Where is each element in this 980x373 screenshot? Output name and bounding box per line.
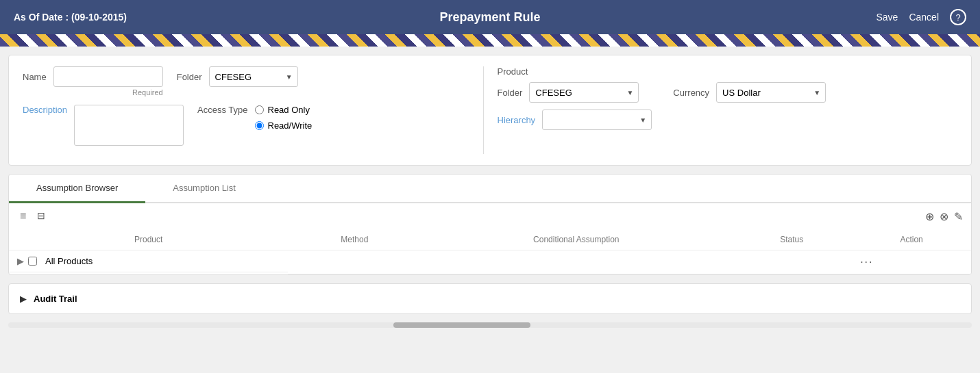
col-product: Product [9, 229, 288, 250]
tabs-section: Assumption Browser Assumption List ≡ ⊟ ⊕… [8, 174, 972, 275]
table-row: ▶ All Products ··· [9, 250, 971, 274]
product-fields: Folder CFESEG ▼ Currency US Dollar Euro … [498, 82, 958, 130]
read-only-option[interactable]: Read Only [255, 105, 313, 115]
audit-chevron-icon: ▶ [20, 294, 27, 304]
product-title: Product [498, 66, 958, 77]
access-type-radio-group: Read Only Read/Write [255, 105, 313, 131]
name-required-text: Required [23, 88, 163, 97]
col-action: Action [852, 229, 971, 250]
product-cell: ▶ All Products [9, 250, 288, 272]
assumptions-table: Product Method Conditional Assumption St… [9, 229, 971, 274]
scrollbar-track[interactable] [8, 322, 972, 328]
read-only-radio[interactable] [255, 105, 264, 114]
right-form-section: Product Folder CFESEG ▼ Currency US Doll… [483, 66, 958, 154]
status-cell [731, 250, 852, 274]
hierarchy-select-wrapper: ▼ [542, 110, 652, 130]
col-method: Method [288, 229, 421, 250]
row-action-dots[interactable]: ··· [860, 256, 873, 268]
name-folder-row: Name Required Folder CFESEG ▼ [23, 66, 483, 97]
read-write-label: Read/Write [268, 120, 313, 131]
currency-select-wrapper: US Dollar Euro GBP ▼ [716, 82, 826, 103]
tab-assumption-browser[interactable]: Assumption Browser [9, 175, 145, 203]
app-header: As Of Date : (09-10-2015) Prepayment Rul… [0, 0, 980, 34]
folder-select[interactable]: CFESEG [209, 66, 298, 87]
description-section: Description [23, 105, 184, 146]
toolbar-right: ⊕ ⊗ ✎ [925, 210, 963, 223]
as-of-date: As Of Date : (09-10-2015) [14, 12, 127, 23]
row-expand-icon[interactable]: ▶ [17, 256, 24, 266]
main-form: Name Required Folder CFESEG ▼ [8, 55, 972, 166]
audit-section: ▶ Audit Trail [8, 283, 972, 314]
table-header: Product Method Conditional Assumption St… [9, 229, 971, 250]
hierarchy-row: Hierarchy ▼ [498, 110, 958, 130]
save-button[interactable]: Save [876, 12, 898, 23]
folder-select-wrapper: CFESEG ▼ [209, 66, 298, 87]
page-title: Prepayment Rule [439, 10, 540, 25]
conditional-cell [421, 250, 731, 274]
tab-assumption-list[interactable]: Assumption List [145, 175, 263, 203]
access-type-label: Access Type [197, 105, 247, 115]
action-cell: ··· [852, 250, 971, 274]
read-only-label: Read Only [268, 105, 310, 115]
description-input[interactable] [74, 105, 184, 146]
currency-label: Currency [673, 88, 709, 98]
col-conditional: Conditional Assumption [421, 229, 731, 250]
help-button[interactable]: ? [950, 9, 966, 25]
description-label: Description [23, 105, 67, 115]
hierarchy-select[interactable] [542, 110, 652, 130]
table-body: ▶ All Products ··· [9, 250, 971, 274]
currency-select[interactable]: US Dollar Euro GBP [716, 82, 826, 103]
form-top-section: Name Required Folder CFESEG ▼ [23, 66, 957, 154]
decorative-banner [0, 34, 980, 47]
folder-label: Folder [177, 72, 202, 82]
hierarchy-label: Hierarchy [498, 115, 536, 125]
audit-title: Audit Trail [34, 294, 77, 304]
tree-view-icon[interactable]: ⊟ [34, 209, 48, 224]
read-write-radio[interactable] [255, 121, 264, 130]
list-view-icon[interactable]: ≡ [17, 209, 29, 224]
product-folder-select[interactable]: CFESEG [529, 82, 639, 103]
scrollbar-thumb[interactable] [393, 322, 530, 328]
product-folder-label: Folder [498, 88, 523, 98]
folder-group: Folder CFESEG ▼ [177, 66, 298, 87]
add-icon[interactable]: ⊕ [925, 210, 934, 223]
product-folder-currency-row: Folder CFESEG ▼ Currency US Dollar Euro … [498, 82, 958, 103]
col-status: Status [731, 229, 852, 250]
name-section: Name Required [23, 66, 163, 97]
edit-icon[interactable]: ✎ [954, 210, 963, 223]
row-checkbox[interactable] [28, 257, 37, 266]
toolbar-left: ≡ ⊟ [17, 209, 48, 224]
tabs-header: Assumption Browser Assumption List [9, 175, 971, 203]
desc-access-row: Description Access Type Read Only Read/W… [23, 105, 483, 146]
product-folder-select-wrapper: CFESEG ▼ [529, 82, 639, 103]
name-label: Name [23, 72, 47, 82]
read-write-option[interactable]: Read/Write [255, 120, 313, 131]
audit-header[interactable]: ▶ Audit Trail [20, 294, 960, 304]
method-cell [288, 250, 421, 274]
name-input[interactable] [53, 66, 163, 87]
header-actions: Save Cancel ? [876, 9, 966, 25]
access-type-section: Access Type Read Only Read/Write [197, 105, 312, 131]
table-toolbar: ≡ ⊟ ⊕ ⊗ ✎ [9, 203, 971, 229]
left-form-section: Name Required Folder CFESEG ▼ [23, 66, 483, 154]
cancel-button[interactable]: Cancel [909, 12, 939, 23]
remove-icon[interactable]: ⊗ [940, 210, 948, 223]
